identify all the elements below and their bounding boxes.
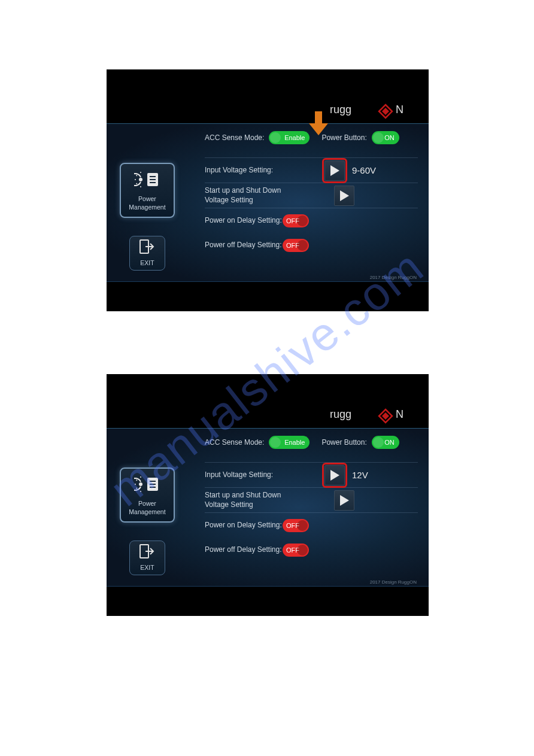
power-off-delay-label: Power off Delay Setting: — [205, 241, 283, 250]
power-button-value: ON — [384, 134, 395, 141]
input-voltage-label: Input Voltage Setting: — [205, 470, 324, 480]
play-icon — [330, 470, 339, 481]
startup-shutdown-play-button[interactable] — [334, 490, 354, 511]
input-voltage-value: 9-60V — [352, 165, 376, 175]
exit-label: EXIT — [140, 259, 154, 267]
play-icon — [340, 495, 349, 506]
startup-shutdown-play-button[interactable] — [334, 186, 354, 206]
settings-main: ACC Sense Mode: Enable Power Button: ON … — [205, 436, 418, 563]
acc-sense-mode-value: Enable — [284, 439, 305, 446]
top-row: ACC Sense Mode: Enable Power Button: ON — [205, 436, 418, 449]
top-row: ACC Sense Mode: Enable Power Button: ON — [205, 131, 418, 144]
startup-shutdown-label: Start up and Shut Down Voltage Setting — [205, 491, 324, 509]
power-off-delay-row: Power off Delay Setting: OFF — [205, 233, 418, 258]
svg-text:N: N — [396, 104, 403, 116]
power-management-label: Power Management — [129, 195, 165, 211]
startup-shutdown-row: Start up and Shut Down Voltage Setting — [205, 183, 418, 208]
toggle-knob — [373, 437, 384, 448]
acc-sense-mode-toggle[interactable]: Enable — [269, 131, 310, 144]
power-off-delay-row: Power off Delay Setting: OFF — [205, 538, 418, 563]
toggle-knob — [297, 215, 308, 226]
power-management-icon — [134, 474, 160, 496]
sidebar: Power Management EXIT — [120, 467, 175, 575]
input-voltage-label: Input Voltage Setting: — [205, 166, 324, 175]
svg-marker-2 — [382, 108, 389, 115]
exit-button[interactable]: EXIT — [129, 541, 165, 575]
svg-marker-13 — [382, 412, 389, 420]
svg-point-15 — [139, 482, 142, 486]
power-management-icon — [134, 169, 160, 192]
acc-sense-mode-label: ACC Sense Mode: — [205, 438, 264, 447]
power-button-label: Power Button: — [321, 133, 366, 142]
ruggon-logo: rugg N — [330, 102, 414, 120]
play-icon — [330, 165, 339, 176]
toggle-knob — [297, 240, 308, 251]
svg-point-5 — [139, 178, 142, 181]
exit-icon — [139, 239, 155, 256]
input-voltage-value: 12V — [352, 470, 368, 480]
power-on-delay-label: Power on Delay Setting: — [205, 521, 283, 530]
power-off-delay-toggle[interactable]: OFF — [283, 544, 309, 557]
exit-label: EXIT — [140, 564, 154, 572]
acc-sense-mode-toggle[interactable]: Enable — [269, 436, 310, 449]
footer-text: 2017 Design RuggON — [370, 579, 417, 585]
acc-sense-mode-label: ACC Sense Mode: — [205, 133, 264, 142]
power-management-label: Power Management — [129, 500, 165, 515]
toggle-knob — [270, 437, 281, 448]
input-voltage-row: Input Voltage Setting: 9-60V — [205, 157, 418, 183]
toggle-knob — [297, 520, 308, 531]
exit-button[interactable]: EXIT — [129, 236, 165, 271]
power-management-button[interactable]: Power Management — [120, 467, 175, 523]
ruggon-logo: rugg N — [330, 407, 414, 425]
toggle-knob — [297, 545, 308, 555]
svg-text:rugg: rugg — [330, 104, 351, 116]
power-button-label: Power Button: — [321, 438, 366, 447]
power-off-delay-toggle[interactable]: OFF — [283, 239, 309, 252]
power-on-delay-toggle[interactable]: OFF — [283, 519, 309, 532]
toggle-knob — [270, 132, 281, 143]
power-management-button[interactable]: Power Management — [120, 163, 175, 218]
input-voltage-row: Input Voltage Setting: 12V — [205, 462, 418, 487]
power-off-delay-label: Power off Delay Setting: — [205, 545, 283, 555]
startup-shutdown-row: Start up and Shut Down Voltage Setting — [205, 487, 418, 512]
power-on-delay-row: Power on Delay Setting: OFF — [205, 208, 418, 233]
input-voltage-play-button[interactable] — [324, 160, 345, 181]
power-on-delay-toggle[interactable]: OFF — [283, 214, 309, 227]
power-on-delay-row: Power on Delay Setting: OFF — [205, 512, 418, 538]
startup-shutdown-label: Start up and Shut Down Voltage Setting — [205, 186, 324, 205]
sidebar: Power Management EXIT — [120, 163, 175, 271]
power-on-delay-label: Power on Delay Setting: — [205, 216, 283, 226]
footer-text: 2017 Design RuggON — [370, 275, 417, 280]
power-button-value: ON — [384, 439, 395, 446]
play-icon — [340, 190, 349, 201]
acc-sense-mode-value: Enable — [284, 134, 305, 141]
screenshot-panel-2: rugg N Power Management — [107, 374, 429, 616]
svg-text:rugg: rugg — [330, 408, 351, 420]
screenshot-panel-1: rugg N — [107, 69, 429, 311]
power-button-toggle[interactable]: ON — [372, 131, 399, 144]
exit-icon — [139, 544, 155, 560]
power-button-toggle[interactable]: ON — [372, 436, 399, 449]
settings-main: ACC Sense Mode: Enable Power Button: ON … — [205, 131, 418, 258]
svg-text:N: N — [396, 408, 403, 420]
toggle-knob — [373, 132, 384, 143]
input-voltage-play-button[interactable] — [324, 465, 345, 485]
